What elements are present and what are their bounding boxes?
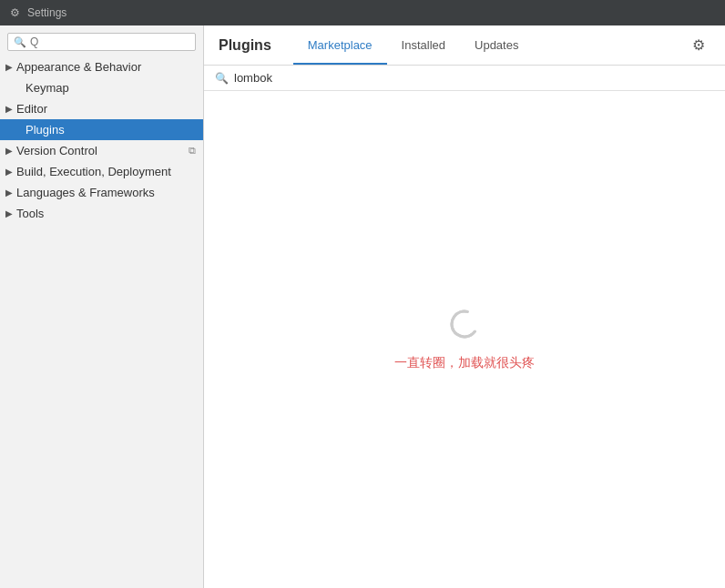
gear-button[interactable]: ⚙ — [687, 33, 710, 57]
sidebar-item-tools[interactable]: ▶ Tools — [0, 203, 203, 224]
chevron-right-icon: ▶ — [5, 146, 13, 156]
sidebar: 🔍 ▶ Appearance & Behavior Keymap ▶ Edito… — [0, 25, 204, 588]
svg-point-1 — [446, 306, 482, 341]
tab-installed[interactable]: Installed — [387, 27, 460, 65]
loading-area: 一直转圈，加载就很头疼 — [204, 91, 725, 588]
sidebar-item-version-control[interactable]: ▶ Version Control ⧉ — [0, 140, 203, 161]
chevron-right-icon: ▶ — [5, 167, 13, 177]
chevron-right-icon: ▶ — [5, 208, 13, 218]
chevron-right-icon: ▶ — [5, 62, 13, 72]
sidebar-search-box[interactable]: 🔍 — [7, 33, 196, 51]
tab-marketplace[interactable]: Marketplace — [293, 27, 387, 65]
plugin-search-input[interactable] — [234, 71, 714, 85]
sidebar-item-label: Plugins — [26, 123, 65, 137]
sidebar-item-languages-frameworks[interactable]: ▶ Languages & Frameworks — [0, 182, 203, 203]
sidebar-item-editor[interactable]: ▶ Editor — [0, 98, 203, 119]
sidebar-item-label: Keymap — [26, 81, 69, 95]
sidebar-item-label: Appearance & Behavior — [16, 60, 141, 74]
sidebar-item-keymap[interactable]: Keymap — [0, 77, 203, 98]
settings-icon: ⚙ — [7, 5, 22, 20]
copy-icon: ⧉ — [189, 145, 196, 157]
loading-text: 一直转圈，加载就很头疼 — [394, 355, 535, 371]
sidebar-item-label: Build, Execution, Deployment — [16, 165, 171, 178]
sidebar-search-icon: 🔍 — [14, 36, 26, 48]
sidebar-item-label: Editor — [16, 102, 47, 116]
content-area: Plugins Marketplace Installed Updates ⚙ … — [204, 25, 725, 588]
chevron-right-icon: ▶ — [5, 188, 13, 198]
sidebar-item-label: Version Control — [16, 144, 97, 157]
sidebar-item-label: Tools — [16, 207, 44, 220]
tab-updates[interactable]: Updates — [460, 27, 533, 65]
plugin-search-icon: 🔍 — [215, 72, 229, 85]
main-container: 🔍 ▶ Appearance & Behavior Keymap ▶ Edito… — [0, 25, 725, 588]
sidebar-item-build-execution-deployment[interactable]: ▶ Build, Execution, Deployment — [0, 161, 203, 182]
sidebar-item-label: Languages & Frameworks — [16, 186, 155, 199]
sidebar-item-plugins[interactable]: Plugins — [0, 119, 203, 140]
tabs-bar: Marketplace Installed Updates — [293, 27, 687, 64]
sidebar-nav: ▶ Appearance & Behavior Keymap ▶ Editor … — [0, 56, 203, 588]
sidebar-search-input[interactable] — [30, 35, 189, 48]
title-bar: ⚙ Settings — [0, 0, 725, 25]
gear-icon: ⚙ — [692, 36, 705, 54]
loading-spinner — [442, 301, 488, 348]
sidebar-item-appearance-behavior[interactable]: ▶ Appearance & Behavior — [0, 56, 203, 77]
page-title: Plugins — [219, 37, 271, 54]
chevron-right-icon: ▶ — [5, 104, 13, 114]
title-bar-label: Settings — [27, 6, 66, 19]
content-header: Plugins Marketplace Installed Updates ⚙ — [204, 25, 725, 66]
plugin-search-bar: 🔍 — [204, 66, 725, 91]
